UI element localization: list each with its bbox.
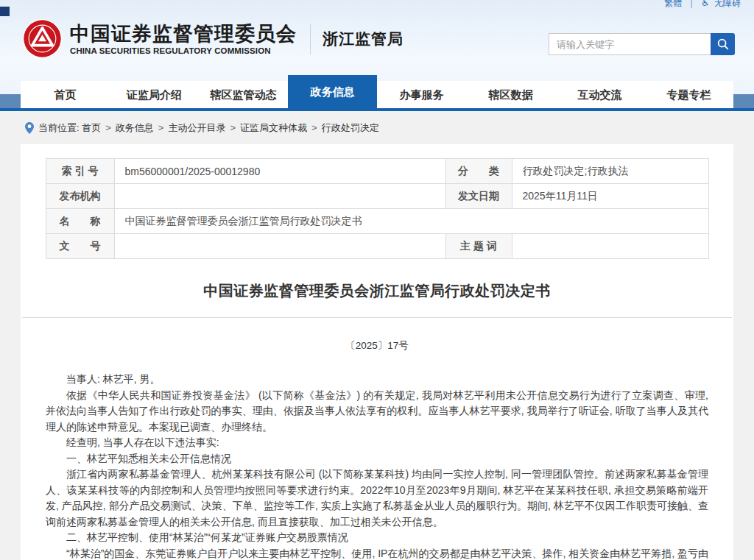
csrc-logo-icon — [22, 18, 63, 59]
name-value: 中国证券监督管理委员会浙江监管局行政处罚决定书 — [114, 209, 708, 234]
traditional-chinese-link[interactable]: 繁體 — [664, 0, 682, 8]
breadcrumb-prefix: 当前位置: — [38, 121, 80, 135]
doc-paragraph: “林某治”的国金、东莞证券账户自开户以来主要由林艺平控制、使用, IP在杭州的交… — [46, 546, 708, 560]
site-search — [549, 33, 735, 55]
utility-bar: 繁體 | ♿ 无障碍 — [664, 0, 741, 10]
table-row: 文 号 主 题 词 — [46, 234, 708, 259]
doc-paragraph: 依据《中华人民共和国证券投资基金法》 (以下简称《基金法》) 的有关规定, 我局… — [46, 388, 708, 436]
nav-tab-regional-news[interactable]: 辖区监管动态 — [199, 81, 288, 108]
nav-tab-home[interactable]: 首页 — [21, 81, 110, 108]
breadcrumb-item-doc-type[interactable]: 证监局文种体裁 — [240, 121, 307, 135]
document-title: 中国证券监督管理委员会浙江监管局行政处罚决定书 — [21, 281, 733, 301]
breadcrumb-separator: > — [105, 122, 111, 133]
table-row: 索 引 号 bm56000001/2025-00012980 分 类 行政处罚决… — [46, 159, 708, 184]
document-body: 当事人: 林艺平, 男。 依据《中华人民共和国证券投资基金法》 (以下简称《基金… — [21, 352, 733, 560]
doc-paragraph: 浙江省内两家私募基金管理人、杭州某某科技有限公司 (以下简称某某科技) 均由同一… — [46, 467, 708, 530]
name-label: 名 称 — [46, 209, 114, 234]
keywords-value — [512, 234, 708, 259]
doc-section-heading: 二、林艺平控制、使用“林某治”“何某龙”证券账户交易股票情况 — [46, 530, 708, 546]
page: 繁體 | ♿ 无障碍 中国证券监督管理委员会 CHINA SECURITIES … — [0, 0, 754, 560]
accessibility-icon: ♿ — [701, 0, 710, 8]
issuer-value — [114, 184, 445, 209]
accessibility-link[interactable]: 无障碍 — [714, 0, 741, 8]
table-row: 发布机构 发文日期 2025年11月11日 — [46, 184, 708, 209]
nav-tab-interaction[interactable]: 互动交流 — [555, 81, 644, 108]
category-value: 行政处罚决定;行政执法 — [512, 159, 708, 184]
doc-number-label: 文 号 — [46, 234, 114, 259]
content-panel: 索 引 号 bm56000001/2025-00012980 分 类 行政处罚决… — [21, 144, 733, 560]
index-number-label: 索 引 号 — [46, 159, 114, 184]
location-pin-icon — [25, 122, 34, 134]
breadcrumb-separator: > — [311, 122, 317, 133]
category-label: 分 类 — [445, 159, 512, 184]
search-button[interactable] — [711, 33, 735, 55]
doc-paragraph: 经查明, 当事人存在以下违法事实: — [46, 435, 708, 451]
issuer-label: 发布机构 — [46, 184, 114, 209]
breadcrumb-separator: > — [230, 122, 236, 133]
breadcrumb-separator: > — [158, 122, 164, 133]
org-title-block: 中国证券监督管理委员会 CHINA SECURITIES REGULATORY … — [70, 23, 297, 55]
corner-decoration — [0, 7, 10, 16]
utility-separator: | — [691, 0, 693, 8]
nav-tab-bureau-intro[interactable]: 证监局介绍 — [110, 81, 199, 108]
search-input[interactable] — [549, 33, 711, 55]
issue-date-value: 2025年11月11日 — [512, 184, 708, 209]
bureau-name: 浙江监管局 — [323, 29, 404, 49]
brand-divider — [310, 24, 311, 54]
org-name-cn: 中国证券监督管理委员会 — [70, 23, 297, 45]
doc-section-heading: 一、林艺平知悉相关未公开信息情况 — [46, 451, 708, 467]
breadcrumb-item-public-catalog[interactable]: 主动公开目录 — [168, 121, 225, 135]
breadcrumb-item-home[interactable]: 首页 — [82, 121, 101, 135]
nav-tab-special-topics[interactable]: 专题专栏 — [644, 81, 733, 108]
nav-tab-government-info[interactable]: 政务信息 — [288, 75, 377, 108]
main-nav: 首页 证监局介绍 辖区监管动态 政务信息 办事服务 辖区数据 互动交流 专题专栏 — [0, 77, 754, 111]
search-icon — [716, 38, 730, 51]
doc-number-value — [114, 234, 445, 259]
document-number: 〔2025〕17号 — [21, 339, 733, 352]
nav-tab-services[interactable]: 办事服务 — [377, 81, 466, 108]
breadcrumb-item-government-info[interactable]: 政务信息 — [116, 121, 154, 135]
doc-paragraph: 当事人: 林艺平, 男。 — [46, 372, 708, 388]
nav-edge-left — [0, 94, 21, 108]
title-divider — [22, 317, 732, 318]
index-number-value: bm56000001/2025-00012980 — [114, 159, 445, 184]
breadcrumb-item-penalty-decision[interactable]: 行政处罚决定 — [322, 121, 379, 135]
keywords-label: 主 题 词 — [445, 234, 512, 259]
document-meta-table: 索 引 号 bm56000001/2025-00012980 分 类 行政处罚决… — [46, 158, 709, 259]
issue-date-label: 发文日期 — [445, 184, 512, 209]
nav-tab-regional-data[interactable]: 辖区数据 — [466, 81, 555, 108]
breadcrumb: 当前位置: 首页 > 政务信息 > 主动公开目录 > 证监局文种体裁 > 行政处… — [0, 111, 754, 144]
nav-edge-right — [733, 94, 754, 108]
org-name-en: CHINA SECURITIES REGULATORY COMMISSION — [70, 46, 297, 55]
table-row: 名 称 中国证券监督管理委员会浙江监管局行政处罚决定书 — [46, 209, 708, 234]
brand: 中国证券监督管理委员会 CHINA SECURITIES REGULATORY … — [22, 18, 404, 59]
